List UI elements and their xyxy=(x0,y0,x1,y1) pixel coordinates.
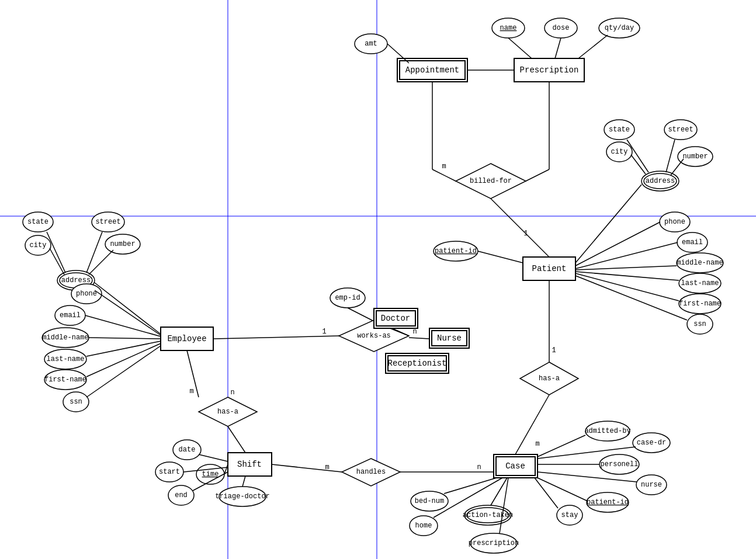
line-triagedoctor-shift xyxy=(242,476,245,487)
attr-phone-left-text: phone xyxy=(76,290,97,298)
line-qtyday-prescription xyxy=(578,35,608,58)
attr-prescription-case-text: prescription xyxy=(469,539,519,547)
line-date-shift xyxy=(199,454,228,461)
doctor-label: Doctor xyxy=(381,314,410,323)
attr-amt-text: amt xyxy=(365,40,377,48)
card-n-handles: n xyxy=(477,463,481,471)
shift-label: Shift xyxy=(237,460,262,469)
line-number-right xyxy=(671,159,684,175)
line-phone-right-patient xyxy=(575,222,660,266)
line-state-left xyxy=(47,232,65,273)
card-1-worksas: 1 xyxy=(322,328,326,336)
er-diagram-svg: Appointment amt Prescription name dose q… xyxy=(0,0,756,559)
line-middlename-right-patient xyxy=(575,266,677,270)
attr-patientid-text: patient-id xyxy=(435,247,477,255)
attr-ssn-left-text: ssn xyxy=(70,398,82,406)
attr-state-left-text: state xyxy=(27,218,48,226)
line-phone-left-employee xyxy=(95,290,161,335)
worksas-label: works-as xyxy=(357,332,391,340)
attr-time-text: time xyxy=(202,470,219,478)
line-prescription-case xyxy=(500,478,508,533)
line-shift-handles xyxy=(272,464,342,472)
attr-name-text: name xyxy=(500,24,517,32)
attr-state-right-text: state xyxy=(609,126,630,134)
prescription-label: Prescription xyxy=(520,65,579,75)
card-m-billedfor: m xyxy=(442,162,446,171)
line-ssn-right-patient xyxy=(575,276,687,320)
attr-email-left-text: email xyxy=(60,311,81,320)
attr-admittedby-text: admitted-by xyxy=(584,427,630,435)
line-pres-diamond xyxy=(526,169,549,181)
line-hasa-shift xyxy=(228,426,245,453)
card-1-billedfor-patient: 1 xyxy=(523,230,528,238)
line-email-left-employee xyxy=(85,315,161,336)
attr-date-text: date xyxy=(179,446,196,454)
attr-personell-text: personell xyxy=(601,460,639,468)
attr-dose-text: dose xyxy=(553,24,570,32)
line-employee-worksas xyxy=(213,336,339,339)
line-city-left xyxy=(50,248,64,275)
attr-email-right-text: email xyxy=(682,238,703,246)
attr-phone-right-text: phone xyxy=(664,218,685,226)
attr-triagedoctor-text: triage-doctor xyxy=(215,492,270,501)
line-street-left xyxy=(86,232,102,273)
receptionist-label: Receptionist xyxy=(388,359,447,368)
attr-city-right-text: city xyxy=(611,148,628,156)
employee-label: Employee xyxy=(167,334,206,343)
attr-patientid-case-text: patient-id xyxy=(587,498,629,506)
line-middlename-left-employee xyxy=(89,338,161,339)
attr-home-text: home xyxy=(415,522,432,530)
attr-nurse-case-text: nurse xyxy=(641,481,662,489)
line-patientid-patient xyxy=(478,251,523,263)
attr-middlename-right-text: middle-name xyxy=(677,259,723,267)
attr-number-right-text: number xyxy=(682,152,708,161)
attr-lastname-left-text: last-name xyxy=(47,355,85,363)
line-address-left-employee xyxy=(95,283,161,334)
patient-label: Patient xyxy=(532,264,567,273)
line-nurse-worksas xyxy=(409,338,429,339)
attr-actiontaken-text: action-taken xyxy=(463,511,513,519)
attr-ssn-right-text: ssn xyxy=(693,320,706,328)
line-email-right-patient xyxy=(575,242,678,269)
line-dose-prescription xyxy=(555,38,561,58)
appointment-label: Appointment xyxy=(405,65,459,75)
card-n-hasa-employee: n xyxy=(230,388,234,397)
attr-qtyday-text: qty/day xyxy=(605,24,634,32)
attr-middlename-left-text: middle-name xyxy=(42,334,88,342)
attr-empid-text: emp-id xyxy=(335,294,360,302)
line-lastname-right-patient xyxy=(575,272,679,280)
attr-street-right-text: street xyxy=(668,126,693,134)
attr-firstname-left-text: first-name xyxy=(44,376,86,384)
attr-lastname-right-text: last-name xyxy=(681,279,719,287)
hasa-employee-label: has-a xyxy=(217,408,238,416)
attr-bednum-text: bed-num xyxy=(415,497,444,505)
attr-casedr-text: case-dr xyxy=(637,439,666,447)
card-m-handles: m xyxy=(325,463,329,471)
line-street-right xyxy=(666,140,675,172)
handles-label: handles xyxy=(356,468,386,476)
attr-stay-text: stay xyxy=(561,511,578,519)
card-n-worksas: n xyxy=(412,328,417,336)
hasa-patient-label: has-a xyxy=(539,374,560,383)
line-number-left xyxy=(89,250,113,275)
attr-start-text: start xyxy=(159,468,180,476)
billedfor-label: billed-for xyxy=(470,177,512,185)
attr-number-left-text: number xyxy=(110,240,135,248)
case-label: Case xyxy=(505,461,525,471)
line-patientid-case xyxy=(537,478,588,501)
attr-address-left-text: address xyxy=(61,276,91,284)
er-diagram-canvas: Appointment amt Prescription name dose q… xyxy=(0,0,756,559)
attr-address-right-text: address xyxy=(646,177,675,185)
line-address-right-patient xyxy=(575,185,641,263)
line-appt-diamond xyxy=(432,169,456,181)
card-1-patient-hasa: 1 xyxy=(552,346,556,355)
attr-firstname-right-text: first-name xyxy=(679,300,721,308)
line-name-prescription xyxy=(508,38,532,58)
attr-street-left-text: street xyxy=(95,218,120,226)
line-billedfor-patient xyxy=(491,199,549,257)
card-m-patient-hasa: m xyxy=(535,440,539,448)
attr-city-left-text: city xyxy=(30,241,47,249)
card-m-hasa-employee: m xyxy=(189,387,193,395)
line-hasa-case xyxy=(515,395,549,454)
nurse-label: Nurse xyxy=(437,334,462,343)
